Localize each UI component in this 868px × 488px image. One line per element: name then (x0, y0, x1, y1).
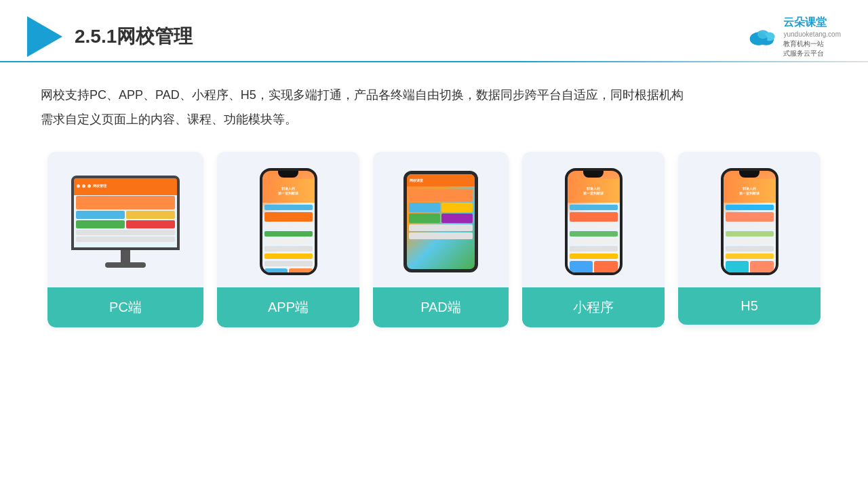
card-h5: 职途人的 第一堂判断课 (678, 152, 821, 327)
h5-phone-icon: 职途人的 第一堂判断课 (721, 168, 778, 275)
cloud-logo: 云朵课堂 yunduoketang.com 教育机构一站 式服务云平台 (747, 15, 841, 58)
cloud-icon (747, 24, 779, 49)
card-pc-label: PC端 (47, 287, 203, 327)
cards-section: 网校管理 (41, 152, 827, 327)
card-pad: 网校课堂 PAD端 (373, 152, 509, 327)
phone-header-text: 职途人的 第一堂判断课 (278, 186, 298, 195)
pad-tablet-icon: 网校课堂 (403, 171, 478, 272)
pc-monitor-icon: 网校管理 (68, 176, 183, 268)
card-h5-image: 职途人的 第一堂判断课 (678, 152, 821, 287)
miniapp-header-text: 职途人的 第一堂判断课 (583, 186, 604, 195)
card-app: 职途人的 第一堂判断课 (217, 152, 359, 327)
card-pc-image: 网校管理 (47, 152, 203, 287)
card-miniapp-image: 职途人的 第一堂判断课 (522, 152, 665, 287)
header: 2.5.1网校管理 云朵课堂 yunduoketang.com 教育机构一站 式… (0, 0, 868, 61)
brand-subtitle: 教育机构一站 式服务云平台 (783, 39, 824, 58)
card-pad-label: PAD端 (373, 287, 509, 327)
app-phone-icon: 职途人的 第一堂判断课 (260, 168, 317, 275)
header-left: 2.5.1网校管理 (27, 16, 193, 57)
logo-triangle-icon (27, 16, 62, 57)
page-title: 2.5.1网校管理 (75, 24, 193, 49)
description-text: 网校支持PC、APP、PAD、小程序、H5，实现多端打通，产品各终端自由切换，数… (41, 83, 827, 131)
brand-name: 云朵课堂 (783, 15, 827, 30)
h5-header-text: 职途人的 第一堂判断课 (739, 186, 760, 195)
card-pad-image: 网校课堂 (373, 152, 509, 287)
card-app-label: APP端 (217, 287, 359, 327)
brand-url: yunduoketang.com (783, 30, 841, 39)
card-app-image: 职途人的 第一堂判断课 (217, 152, 359, 287)
svg-point-5 (757, 30, 768, 39)
card-miniapp-label: 小程序 (522, 287, 665, 327)
card-h5-label: H5 (678, 287, 821, 325)
brand-text: 云朵课堂 yunduoketang.com 教育机构一站 式服务云平台 (783, 15, 841, 58)
main-content: 网校支持PC、APP、PAD、小程序、H5，实现多端打通，产品各终端自由切换，数… (0, 62, 868, 341)
header-right: 云朵课堂 yunduoketang.com 教育机构一站 式服务云平台 (747, 15, 841, 58)
card-miniapp: 职途人的 第一堂判断课 (522, 152, 665, 327)
card-pc: 网校管理 (47, 152, 203, 327)
miniapp-phone-icon: 职途人的 第一堂判断课 (565, 168, 623, 275)
